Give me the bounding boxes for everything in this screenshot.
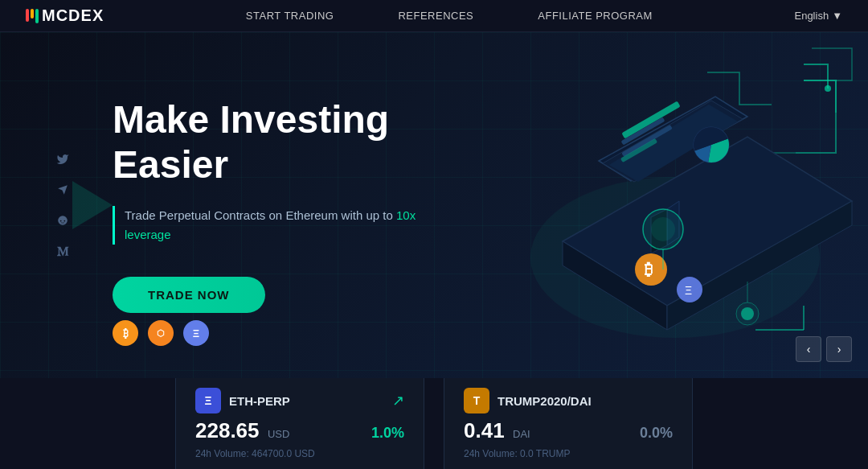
slide-navigation: ‹ › [796, 336, 852, 362]
hero-section: Make Investing Easier Trade Perpetual Co… [0, 32, 868, 378]
hero-illustration: ₿ Ξ [402, 32, 868, 378]
eth-volume: 24h Volume: 464700.0 USD [195, 448, 404, 459]
eth-stat-name: ETH-PERP [229, 394, 290, 408]
hero-subtitle-text: Trade Perpetual Contracts on Ethereum wi… [125, 208, 396, 222]
nav-links: START TRADING REFERENCES AFFILIATE PROGR… [246, 10, 653, 22]
eth-price: 228.65 [195, 418, 260, 442]
slide-prev-button[interactable]: ‹ [796, 336, 821, 362]
eth-currency: USD [268, 428, 289, 440]
eth-price-row: 228.65 USD 1.0% [195, 418, 404, 443]
trump-icon-letter: T [473, 394, 481, 407]
eth-price-group: 228.65 USD [195, 418, 289, 443]
hero-subtitle: Trade Perpetual Contracts on Ethereum wi… [113, 206, 418, 245]
bitcoin-badge: ₿ [113, 320, 138, 346]
hero-title: Make Investing Easier [113, 97, 418, 186]
trump-stat-name: TRUMP2020/DAI [497, 394, 592, 408]
trump-price-group: 0.41 DAI [464, 418, 530, 443]
trump-price-row: 0.41 DAI 0.0% [464, 418, 673, 443]
eth-token-icon: Ξ [195, 388, 221, 413]
hero-content: Make Investing Easier Trade Perpetual Co… [0, 97, 418, 312]
stat-eth-name-group: Ξ ETH-PERP [195, 388, 290, 413]
trump-token-icon: T [464, 388, 489, 413]
ethereum-badge: Ξ [183, 320, 209, 346]
logo-text: MCDEX [42, 6, 104, 25]
slide-next-button[interactable]: › [826, 336, 852, 362]
svg-text:₿: ₿ [645, 261, 653, 278]
nav-affiliate[interactable]: AFFILIATE PROGRAM [538, 10, 653, 22]
trump-currency: DAI [513, 428, 530, 440]
token-badge-2: ⬡ [148, 320, 174, 346]
trump-price: 0.41 [464, 418, 505, 442]
nav-references[interactable]: REFERENCES [398, 10, 473, 22]
nav-start-trading[interactable]: START TRADING [246, 10, 334, 22]
logo[interactable]: MCDEX [26, 6, 104, 25]
stat-card-trump-header: T TRUMP2020/DAI [464, 388, 673, 413]
stat-card-eth[interactable]: Ξ ETH-PERP ↗ 228.65 USD 1.0% 24h Volume:… [175, 372, 424, 469]
stats-bar: Ξ ETH-PERP ↗ 228.65 USD 1.0% 24h Volume:… [0, 378, 868, 469]
trump-volume: 24h Volume: 0.0 TRUMP [464, 448, 673, 459]
language-label: English [794, 10, 829, 22]
language-selector[interactable]: English ▼ [794, 10, 842, 22]
navigation: MCDEX START TRADING REFERENCES AFFILIATE… [0, 0, 868, 32]
crypto-icons-row: ₿ ⬡ Ξ [113, 320, 209, 346]
eth-trend-icon: ↗ [392, 392, 404, 409]
stat-trump-name-group: T TRUMP2020/DAI [464, 388, 592, 413]
trump-change: 0.0% [640, 425, 673, 442]
stat-card-eth-header: Ξ ETH-PERP ↗ [195, 388, 404, 413]
chevron-down-icon: ▼ [832, 10, 842, 22]
svg-point-25 [651, 217, 675, 241]
svg-point-30 [825, 85, 831, 92]
stat-card-trump[interactable]: T TRUMP2020/DAI 0.41 DAI 0.0% 24h Volume… [444, 372, 693, 469]
eth-icon-letter: Ξ [204, 394, 211, 407]
svg-point-28 [736, 302, 759, 325]
svg-text:Ξ: Ξ [685, 284, 692, 297]
eth-change: 1.0% [371, 425, 404, 442]
logo-icon [26, 9, 39, 23]
trade-now-button[interactable]: TRADE NOW [113, 277, 265, 313]
